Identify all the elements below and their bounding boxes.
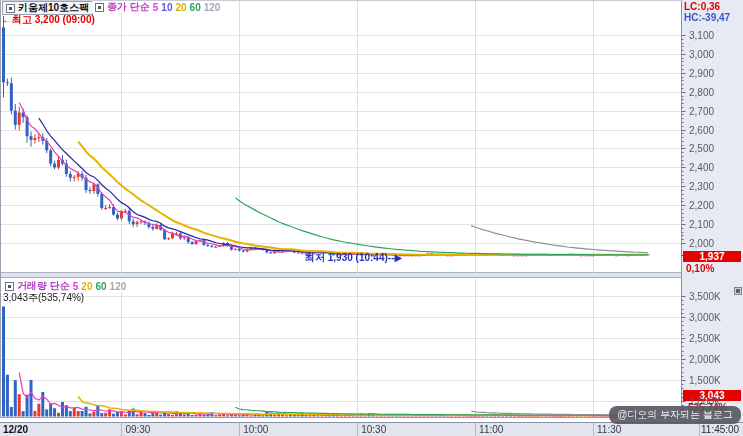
price-ma-period-60: 60: [190, 2, 201, 13]
checkbox-price-ma-icon[interactable]: [95, 3, 104, 12]
price-axis-label: 2,500: [689, 143, 714, 154]
price-ma-legend[interactable]: 종가 단순 5 10 20 60 120: [92, 1, 223, 13]
volume-ma-legend[interactable]: 거래량 단순 5 20 60 120: [2, 280, 129, 292]
current-price-badge: 1,937: [683, 251, 741, 262]
volume-ma-period-20: 20: [81, 281, 92, 292]
time-axis-label: 09:30: [125, 424, 150, 435]
price-ma-label: 종가 단순: [107, 0, 150, 14]
price-axis-label: 2,100: [689, 219, 714, 230]
volume-axis-label: 2,000K: [689, 354, 721, 365]
price-axis-label: 3,100: [689, 30, 714, 41]
volume-axis-label: 1,500K: [689, 375, 721, 386]
time-axis-label: 10:00: [243, 424, 268, 435]
price-axis-label: 2,300: [689, 181, 714, 192]
volume-axis-label: 2,500K: [689, 333, 721, 344]
pane-collapse-handle[interactable]: [734, 287, 742, 295]
price-ma-period-120: 120: [204, 2, 221, 13]
day-high-annotation: ←최고 3,200 (09:00): [2, 13, 95, 27]
current-price-pct: 0,10%: [686, 263, 714, 274]
price-axis-label: 2,900: [689, 68, 714, 79]
stock-chart-window: 키움제10호스팩 종가 단순 5 10 20 60 120 ←최고 3,200 …: [0, 0, 743, 436]
price-axis-label: 2,600: [689, 125, 714, 136]
price-axis-label: 2,400: [689, 162, 714, 173]
time-axis-label: 11:00: [479, 424, 503, 435]
price-axis-label: 2,200: [689, 200, 714, 211]
chart-canvas[interactable]: [0, 0, 743, 436]
lc-readout: LC:0,36: [684, 1, 720, 12]
time-axis-label: 10:30: [361, 424, 386, 435]
day-low-annotation: 최저 1,930 (10:44)--▶: [305, 251, 402, 265]
price-axis-label: 2,000: [689, 238, 714, 249]
arrow-right-icon: ▶: [395, 252, 403, 263]
price-axis-label: 2,800: [689, 87, 714, 98]
volume-legend-label: 거래량 단순: [17, 279, 70, 293]
price-ma-period-10: 10: [161, 2, 172, 13]
current-time-label: 11:45:00: [701, 424, 739, 435]
volume-axis-label: 3,500K: [689, 291, 721, 302]
watermark-badge: @디오의 부자되는 블로그: [609, 406, 741, 424]
checkbox-volume-icon[interactable]: [5, 282, 14, 291]
price-axis-label: 3,000: [689, 49, 714, 60]
volume-axis-label: 3,000K: [689, 312, 721, 323]
volume-ma-period-60: 60: [95, 281, 106, 292]
time-axis-date: 12/20: [3, 424, 28, 435]
time-axis-label: 11:30: [597, 424, 621, 435]
price-ma-period-5: 5: [153, 2, 159, 13]
price-axis-label: 2,700: [689, 106, 714, 117]
volume-readout: 3,043주(535,74%): [3, 292, 84, 303]
checkbox-symbol-icon[interactable]: [6, 4, 15, 13]
price-ma-period-20: 20: [175, 2, 186, 13]
hc-readout: HC:-39,47: [684, 12, 730, 23]
arrow-left-icon: ←: [2, 14, 12, 25]
volume-ma-period-5: 5: [73, 281, 79, 292]
volume-ma-period-120: 120: [110, 281, 127, 292]
